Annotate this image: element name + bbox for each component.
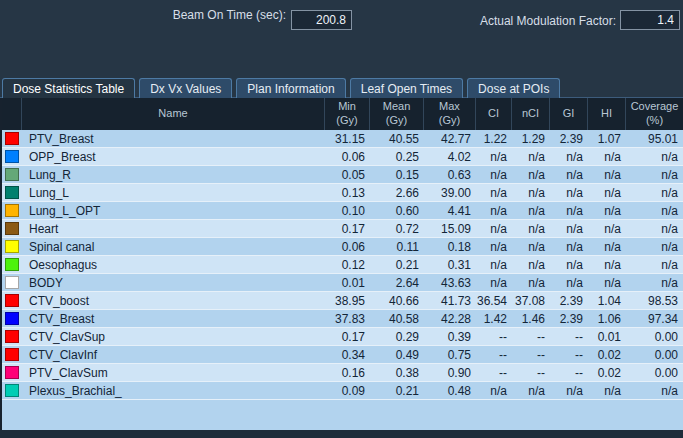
table-row[interactable]: CTV_ClavInf 0.34 0.49 0.75 -- -- -- 0.02… — [2, 346, 683, 364]
cell-gi: 2.39 — [550, 294, 588, 308]
cell-min: 0.17 — [325, 222, 370, 236]
cell-max: 4.41 — [424, 204, 476, 218]
column-header-ci[interactable]: CI — [476, 98, 512, 130]
tab-dx-vx-values[interactable]: Dx Vx Values — [139, 78, 232, 98]
cell-ci: -- — [476, 348, 512, 362]
cell-nci: n/a — [512, 240, 550, 254]
cell-hi: n/a — [588, 168, 626, 182]
beam-on-time-input[interactable] — [291, 10, 352, 30]
table-row[interactable]: CTV_Breast 37.83 40.58 42.28 1.42 1.46 2… — [2, 310, 683, 328]
cell-ci: 1.42 — [476, 312, 512, 326]
cell-min: 0.34 — [325, 348, 370, 362]
table-row[interactable]: PTV_Breast 31.15 40.55 42.77 1.22 1.29 2… — [2, 130, 683, 148]
cell-gi: n/a — [550, 204, 588, 218]
cell-nci: n/a — [512, 204, 550, 218]
cell-ci: n/a — [476, 168, 512, 182]
cell-ci: n/a — [476, 150, 512, 164]
table-row[interactable]: Lung_R 0.05 0.15 0.63 n/a n/a n/a n/a n/… — [2, 166, 683, 184]
table-row[interactable]: PTV_ClavSum 0.16 0.38 0.90 -- -- -- 0.02… — [2, 364, 683, 382]
cell-mean: 0.29 — [370, 330, 424, 344]
roi-color-swatch — [5, 384, 19, 397]
roi-color-swatch — [5, 240, 19, 253]
cell-mean: 0.11 — [370, 240, 424, 254]
cell-mean: 40.58 — [370, 312, 424, 326]
column-header-min[interactable]: Min (Gy) — [325, 98, 370, 130]
roi-name: OPP_Breast — [22, 150, 325, 164]
roi-name: Lung_R — [22, 168, 325, 182]
table-row[interactable]: Heart 0.17 0.72 15.09 n/a n/a n/a n/a n/… — [2, 220, 683, 238]
cell-gi: n/a — [550, 168, 588, 182]
column-header-gi[interactable]: GI — [550, 98, 588, 130]
tab-dose-at-pois[interactable]: Dose at POIs — [467, 78, 560, 98]
table-row[interactable]: Oesophagus 0.12 0.21 0.31 n/a n/a n/a n/… — [2, 256, 683, 274]
cell-hi: 0.02 — [588, 348, 626, 362]
cell-nci: -- — [512, 330, 550, 344]
cell-mean: 2.66 — [370, 186, 424, 200]
cell-hi: 1.07 — [588, 132, 626, 146]
roi-color-swatch — [5, 276, 19, 289]
table-row[interactable]: Lung_L 0.13 2.66 39.00 n/a n/a n/a n/a n… — [2, 184, 683, 202]
table-row[interactable]: OPP_Breast 0.06 0.25 4.02 n/a n/a n/a n/… — [2, 148, 683, 166]
roi-name: Spinal canal — [22, 240, 325, 254]
cell-min: 0.12 — [325, 258, 370, 272]
column-header-nci[interactable]: nCI — [512, 98, 550, 130]
cell-gi: n/a — [550, 240, 588, 254]
cell-gi: -- — [550, 330, 588, 344]
cell-coverage: 0.00 — [626, 366, 683, 380]
cell-min: 0.13 — [325, 186, 370, 200]
column-header-hi[interactable]: HI — [588, 98, 626, 130]
cell-max: 0.39 — [424, 330, 476, 344]
cell-coverage: 97.34 — [626, 312, 683, 326]
cell-hi: n/a — [588, 186, 626, 200]
dose-statistics-table: Name Min (Gy) Mean (Gy) Max (Gy) CI nCI … — [0, 98, 683, 430]
column-header-coverage[interactable]: Coverage (%) — [626, 98, 683, 130]
cell-ci: n/a — [476, 276, 512, 290]
column-header-name[interactable]: Name — [22, 98, 325, 130]
cell-gi: -- — [550, 366, 588, 380]
cell-hi: n/a — [588, 150, 626, 164]
cell-gi: n/a — [550, 150, 588, 164]
column-header-swatch[interactable] — [2, 98, 22, 130]
cell-max: 43.63 — [424, 276, 476, 290]
cell-coverage: n/a — [626, 384, 683, 398]
column-header-mean[interactable]: Mean (Gy) — [370, 98, 424, 130]
table-row[interactable]: Plexus_Brachial_ 0.09 0.21 0.48 n/a n/a … — [2, 382, 683, 400]
cell-coverage: n/a — [626, 240, 683, 254]
cell-ci: n/a — [476, 240, 512, 254]
modulation-factor-input[interactable] — [620, 10, 680, 30]
column-header-max[interactable]: Max (Gy) — [424, 98, 476, 130]
cell-min: 0.16 — [325, 366, 370, 380]
cell-max: 0.90 — [424, 366, 476, 380]
table-row[interactable]: Lung_L_OPT 0.10 0.60 4.41 n/a n/a n/a n/… — [2, 202, 683, 220]
roi-name: CTV_ClavSup — [22, 330, 325, 344]
cell-nci: 1.46 — [512, 312, 550, 326]
cell-hi: 0.01 — [588, 330, 626, 344]
roi-color-swatch — [5, 132, 19, 145]
roi-color-swatch — [5, 348, 19, 361]
table-row[interactable]: BODY 0.01 2.64 43.63 n/a n/a n/a n/a n/a — [2, 274, 683, 292]
tab-plan-information[interactable]: Plan Information — [236, 78, 345, 98]
cell-gi: n/a — [550, 186, 588, 200]
table-row[interactable]: Spinal canal 0.06 0.11 0.18 n/a n/a n/a … — [2, 238, 683, 256]
tab-dose-statistics-table[interactable]: Dose Statistics Table — [2, 78, 135, 98]
table-row[interactable]: CTV_ClavSup 0.17 0.29 0.39 -- -- -- 0.01… — [2, 328, 683, 346]
table-row[interactable]: CTV_boost 38.95 40.66 41.73 36.54 37.08 … — [2, 292, 683, 310]
beam-on-time-label: Beam On Time (sec): — [106, 8, 286, 22]
cell-hi: n/a — [588, 258, 626, 272]
cell-max: 42.77 — [424, 132, 476, 146]
roi-name: CTV_Breast — [22, 312, 325, 326]
cell-coverage: 0.00 — [626, 348, 683, 362]
tab-leaf-open-times[interactable]: Leaf Open Times — [350, 78, 463, 98]
roi-color-swatch — [5, 150, 19, 163]
cell-nci: -- — [512, 366, 550, 380]
cell-nci: 1.29 — [512, 132, 550, 146]
cell-nci: n/a — [512, 168, 550, 182]
roi-name: CTV_ClavInf — [22, 348, 325, 362]
roi-name: Lung_L — [22, 186, 325, 200]
cell-hi: n/a — [588, 384, 626, 398]
cell-coverage: 0.00 — [626, 330, 683, 344]
cell-nci: n/a — [512, 222, 550, 236]
cell-nci: n/a — [512, 150, 550, 164]
table-body: PTV_Breast 31.15 40.55 42.77 1.22 1.29 2… — [2, 130, 683, 400]
cell-coverage: n/a — [626, 276, 683, 290]
